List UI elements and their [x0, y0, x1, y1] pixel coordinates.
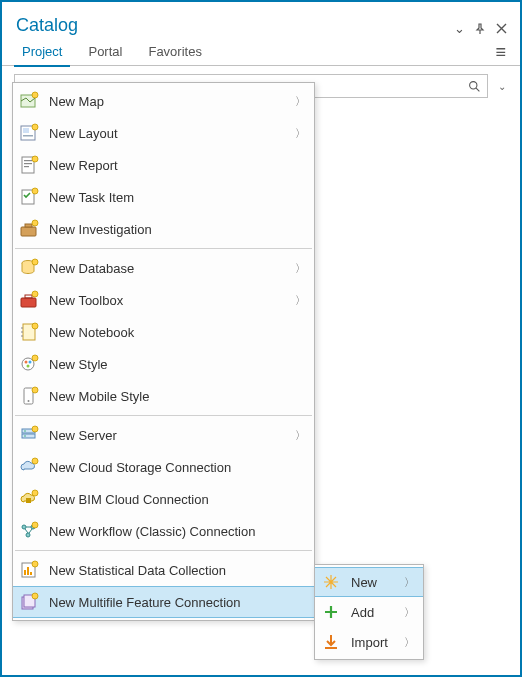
search-dropdown-icon[interactable]: ⌄ [496, 81, 508, 92]
svg-point-16 [32, 220, 38, 226]
svg-point-21 [32, 291, 38, 297]
layout-icon [17, 121, 41, 145]
close-icon[interactable] [496, 23, 510, 34]
svg-rect-14 [21, 227, 36, 236]
svg-point-0 [470, 81, 477, 88]
menu-item-label: New Report [49, 158, 306, 173]
menu-item-label: New Server [49, 428, 295, 443]
window-controls: ⌄ [452, 21, 510, 36]
svg-point-23 [32, 323, 38, 329]
menu-item-label: New Database [49, 261, 295, 276]
menu-item-label: New Multifile Feature Connection [49, 595, 306, 610]
svg-point-31 [32, 387, 38, 393]
submenu-item[interactable]: Add〉 [315, 597, 423, 627]
menu-item[interactable]: New Toolbox〉 [13, 284, 314, 316]
svg-point-18 [32, 259, 38, 265]
chevron-right-icon: 〉 [295, 261, 306, 276]
menu-item-label: New Investigation [49, 222, 306, 237]
menu-item-label: New Style [49, 357, 306, 372]
menu-item[interactable]: New BIM Cloud Connection [13, 483, 314, 515]
collapse-icon[interactable]: ⌄ [452, 21, 466, 36]
task-icon [17, 185, 41, 209]
menu-item[interactable]: New Server〉 [13, 419, 314, 451]
svg-rect-10 [24, 166, 29, 167]
svg-rect-20 [25, 295, 32, 298]
investigation-icon [17, 217, 41, 241]
style-icon [17, 352, 41, 376]
multifile-icon [17, 590, 41, 614]
svg-rect-33 [22, 434, 35, 438]
svg-point-40 [22, 525, 26, 529]
add-icon [319, 600, 343, 624]
menu-item[interactable]: New Task Item [13, 181, 314, 213]
menu-item-label: New Cloud Storage Connection [49, 460, 306, 475]
tab-project[interactable]: Project [14, 40, 70, 67]
separator [15, 550, 312, 551]
menu-item[interactable]: New Investigation [13, 213, 314, 245]
chevron-right-icon: 〉 [404, 635, 415, 650]
chevron-right-icon: 〉 [295, 428, 306, 443]
tabs: Project Portal Favorites ≡ [2, 36, 520, 66]
chevron-right-icon: 〉 [404, 575, 415, 590]
svg-point-11 [32, 156, 38, 162]
menu-item[interactable]: New Map〉 [13, 85, 314, 117]
menu-item-label: Add [351, 605, 404, 620]
menu-item-label: New Toolbox [49, 293, 295, 308]
menu-item[interactable]: New Multifile Feature Connection [13, 586, 314, 618]
menu-item-label: New Map [49, 94, 295, 109]
menu-item[interactable]: New Database〉 [13, 252, 314, 284]
toolbox-icon [17, 288, 41, 312]
stats-icon [17, 558, 41, 582]
chevron-right-icon: 〉 [295, 293, 306, 308]
tab-favorites[interactable]: Favorites [140, 40, 209, 65]
titlebar: Catalog ⌄ [2, 2, 520, 36]
svg-point-13 [32, 188, 38, 194]
chevron-right-icon: 〉 [295, 94, 306, 109]
menu-item-label: New Mobile Style [49, 389, 306, 404]
svg-rect-4 [23, 128, 29, 133]
menu-item-label: New Layout [49, 126, 295, 141]
svg-rect-38 [26, 498, 31, 503]
svg-rect-46 [27, 567, 29, 575]
hamburger-icon[interactable]: ≡ [495, 42, 508, 63]
svg-rect-45 [24, 570, 26, 575]
menu-item[interactable]: New Workflow (Classic) Connection [13, 515, 314, 547]
map-icon [17, 89, 41, 113]
notebook-icon [17, 320, 41, 344]
svg-rect-47 [30, 572, 32, 575]
chevron-right-icon: 〉 [295, 126, 306, 141]
submenu-item[interactable]: New〉 [315, 567, 423, 597]
server-icon [17, 423, 41, 447]
pin-icon[interactable] [474, 23, 488, 35]
submenu-item[interactable]: Import〉 [315, 627, 423, 657]
cloud-icon [17, 455, 41, 479]
svg-point-2 [32, 92, 38, 98]
svg-point-25 [25, 361, 28, 364]
menu-item[interactable]: New Report [13, 149, 314, 181]
menu-item[interactable]: New Notebook [13, 316, 314, 348]
tab-portal[interactable]: Portal [80, 40, 130, 65]
svg-rect-15 [25, 224, 32, 227]
menu-item[interactable]: New Mobile Style [13, 380, 314, 412]
svg-point-34 [24, 430, 26, 432]
menu-item-label: New BIM Cloud Connection [49, 492, 306, 507]
search-icon [468, 80, 481, 93]
menu-item[interactable]: New Statistical Data Collection [13, 554, 314, 586]
menu-item[interactable]: New Cloud Storage Connection [13, 451, 314, 483]
svg-point-39 [32, 490, 38, 496]
svg-point-42 [26, 533, 30, 537]
svg-point-48 [32, 561, 38, 567]
svg-point-26 [29, 361, 32, 364]
catalog-panel: Catalog ⌄ Project Portal Favorites ≡ ⌄ N… [0, 0, 522, 677]
svg-rect-8 [24, 160, 32, 161]
menu-item-label: Import [351, 635, 404, 650]
svg-point-30 [28, 400, 30, 402]
chevron-right-icon: 〉 [404, 605, 415, 620]
separator [15, 248, 312, 249]
submenu: New〉Add〉Import〉 [314, 564, 424, 660]
menu-item[interactable]: New Style [13, 348, 314, 380]
svg-rect-5 [23, 135, 33, 137]
menu-item-label: New Notebook [49, 325, 306, 340]
svg-point-27 [27, 365, 30, 368]
menu-item[interactable]: New Layout〉 [13, 117, 314, 149]
